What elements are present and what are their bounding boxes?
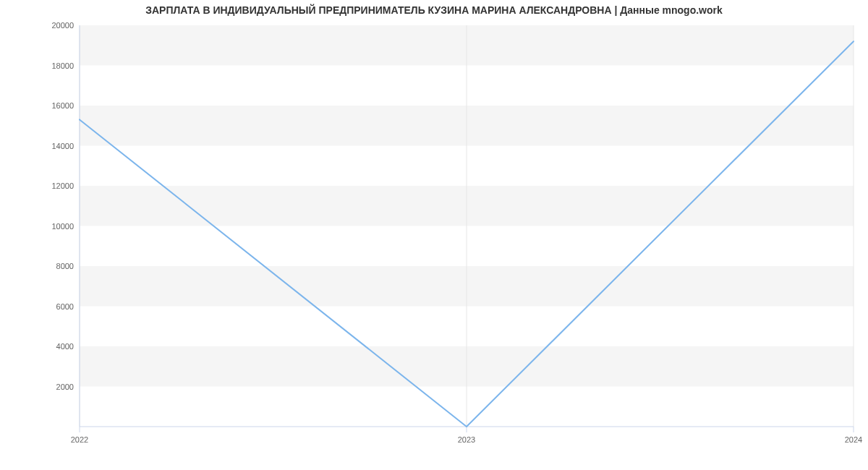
y-tick-label: 10000 [51,222,74,231]
chart-svg: 2000400060008000100001200014000160001800… [0,0,868,470]
chart-title: ЗАРПЛАТА В ИНДИВИДУАЛЬНЫЙ ПРЕДПРИНИМАТЕЛ… [0,4,868,16]
x-tick-label: 2024 [845,435,862,444]
y-tick-label: 6000 [56,302,74,311]
y-tick-label: 18000 [51,61,74,70]
y-tick-label: 12000 [51,181,74,190]
y-tick-label: 14000 [51,142,74,150]
x-tick-label: 2023 [458,435,475,444]
y-tick-label: 4000 [56,342,74,351]
y-tick-label: 8000 [56,262,74,270]
x-tick-label: 2022 [71,435,88,444]
y-tick-label: 20000 [51,21,74,30]
y-tick-label: 16000 [51,101,74,110]
y-tick-label: 2000 [56,383,74,391]
chart-container: ЗАРПЛАТА В ИНДИВИДУАЛЬНЫЙ ПРЕДПРИНИМАТЕЛ… [0,0,868,470]
